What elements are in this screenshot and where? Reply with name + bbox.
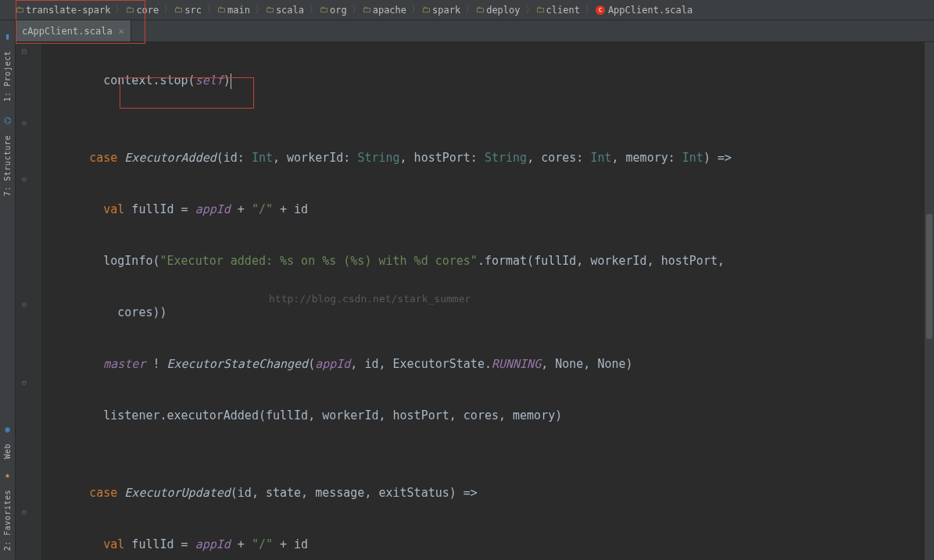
breadcrumb-item[interactable]: 🗀org	[320, 5, 347, 16]
left-tool-strip: ▮ 1: Project ⌬ 7: Structure ◉ Web ★ 2: F…	[0, 20, 16, 560]
structure-tool-icon[interactable]: ⌬	[4, 116, 12, 126]
scala-file-icon: c	[596, 5, 605, 15]
chevron-right-icon: 〉	[163, 3, 173, 16]
breadcrumb-item[interactable]: 🗀apache	[363, 5, 406, 16]
kw-val: val	[103, 202, 124, 216]
folder-icon: 🗀	[422, 5, 431, 15]
code-text: , cores:	[527, 151, 590, 165]
kw-case: case	[89, 486, 117, 500]
fold-marker-icon[interactable]: ⊖	[22, 300, 27, 309]
case-class: ExecutorStateChanged	[167, 357, 309, 371]
field: master	[103, 357, 145, 371]
fold-marker-icon[interactable]: ⊖	[22, 378, 27, 387]
text-caret	[231, 73, 231, 89]
breadcrumb-label: core	[136, 5, 159, 16]
structure-tool-button[interactable]: 7: Structure	[3, 135, 12, 196]
code-text: (	[308, 357, 315, 371]
project-tool-button[interactable]: 1: Project	[3, 51, 12, 102]
field: appId	[195, 202, 231, 216]
chevron-right-icon: 〉	[206, 3, 216, 16]
breadcrumb-label: AppClient.scala	[608, 5, 692, 16]
chevron-right-icon: 〉	[465, 3, 474, 16]
folder-icon: 🗀	[126, 5, 134, 15]
code-text: , id, ExecutorState.	[350, 357, 492, 371]
code-editor[interactable]: context.stop(self) case ExecutorAdded(id…	[42, 42, 934, 560]
code-text: listener.executorAdded(fullId, workerId,…	[47, 408, 562, 423]
code-text: (id:	[217, 151, 252, 165]
breadcrumb-label: deploy	[486, 5, 520, 16]
code-text: (id, state, message, exitStatus) =>	[231, 486, 478, 500]
breadcrumb-label: apache	[373, 5, 406, 16]
favorites-tool-icon[interactable]: ★	[5, 470, 10, 480]
breadcrumb-item[interactable]: 🗀client	[536, 5, 580, 16]
string: "/"	[252, 537, 273, 551]
code-text: )	[224, 73, 231, 87]
breadcrumb-item[interactable]: 🗀translate-spark	[16, 5, 110, 16]
code-text: , memory:	[612, 151, 682, 165]
project-tool-icon[interactable]: ▮	[5, 31, 10, 41]
editor-tab[interactable]: c AppClient.scala ×	[16, 20, 131, 41]
web-tool-icon[interactable]: ◉	[5, 424, 10, 434]
type: Int	[682, 151, 703, 165]
breadcrumb-bar: 🗀translate-spark〉 🗀core〉 🗀src〉 🗀main〉 🗀s…	[0, 0, 934, 20]
editor-tab-row: c AppClient.scala ×	[0, 20, 934, 42]
gutter[interactable]: ⊟ ⊖ ⊖ ⊖ ⊖ ⊖	[16, 42, 42, 560]
folder-icon: 🗀	[266, 5, 274, 15]
breadcrumb-label: main	[227, 5, 250, 16]
editor-area: ⊟ ⊖ ⊖ ⊖ ⊖ ⊖ context.stop(self) case Exec…	[16, 42, 934, 560]
breadcrumb-label: org	[330, 5, 347, 16]
breadcrumb-item[interactable]: 🗀spark	[422, 5, 460, 16]
folder-icon: 🗀	[363, 5, 371, 15]
code-text: , workerId:	[273, 151, 357, 165]
chevron-right-icon: 〉	[585, 3, 594, 16]
kw-case: case	[89, 151, 117, 165]
close-tab-icon[interactable]: ×	[119, 26, 124, 37]
breadcrumb-label: translate-spark	[26, 5, 110, 16]
fold-marker-icon[interactable]: ⊖	[22, 119, 27, 127]
code-text: fullId =	[124, 537, 195, 551]
code-text: cores))	[47, 305, 167, 319]
folder-icon: 🗀	[320, 5, 328, 15]
breadcrumb-item[interactable]: 🗀scala	[266, 5, 304, 16]
breadcrumb-item[interactable]: cAppClient.scala	[596, 5, 692, 16]
code-text: +	[231, 537, 252, 551]
breadcrumb-item[interactable]: 🗀deploy	[476, 5, 520, 16]
breadcrumb-label: src	[184, 5, 202, 16]
fold-marker-icon[interactable]: ⊟	[22, 47, 27, 55]
string: "/"	[252, 202, 273, 216]
field: appId	[315, 357, 350, 371]
breadcrumb-item[interactable]: 🗀main	[217, 5, 250, 16]
string: "Executor added: %s on %s (%s) with %d c…	[160, 254, 478, 268]
case-class: ExecutorUpdated	[124, 486, 230, 500]
code-text: , hostPort:	[400, 151, 485, 165]
folder-icon: 🗀	[217, 5, 226, 15]
folder-icon: 🗀	[174, 5, 183, 15]
code-text: context.stop(	[47, 73, 195, 87]
scrollbar-thumb[interactable]	[926, 214, 932, 339]
breadcrumb-label: client	[546, 5, 580, 16]
breadcrumb-item[interactable]: 🗀src	[174, 5, 202, 16]
code-text: +	[231, 202, 252, 216]
fold-marker-icon[interactable]: ⊖	[22, 175, 27, 184]
chevron-right-icon: 〉	[352, 3, 361, 16]
web-tool-button[interactable]: Web	[3, 444, 12, 459]
breadcrumb-label: scala	[276, 5, 304, 16]
type: Int	[590, 151, 611, 165]
breadcrumb-item[interactable]: 🗀core	[126, 5, 159, 16]
code-text: ) =>	[703, 151, 732, 165]
vertical-scrollbar[interactable]	[925, 42, 934, 560]
code-text: logInfo(	[47, 254, 160, 268]
type: String	[485, 151, 527, 165]
code-self: self	[195, 73, 224, 87]
fold-marker-icon[interactable]: ⊖	[22, 508, 27, 516]
tab-label: AppClient.scala	[27, 26, 112, 37]
chevron-right-icon: 〉	[255, 3, 264, 16]
code-text: .format(fullId, workerId, hostPort,	[478, 254, 725, 268]
chevron-right-icon: 〉	[309, 3, 318, 16]
folder-icon: 🗀	[16, 5, 24, 15]
field: appId	[195, 537, 231, 551]
code-text: fullId =	[124, 202, 195, 216]
folder-icon: 🗀	[536, 5, 545, 15]
favorites-tool-button[interactable]: 2: Favorites	[3, 490, 12, 551]
chevron-right-icon: 〉	[115, 3, 124, 16]
